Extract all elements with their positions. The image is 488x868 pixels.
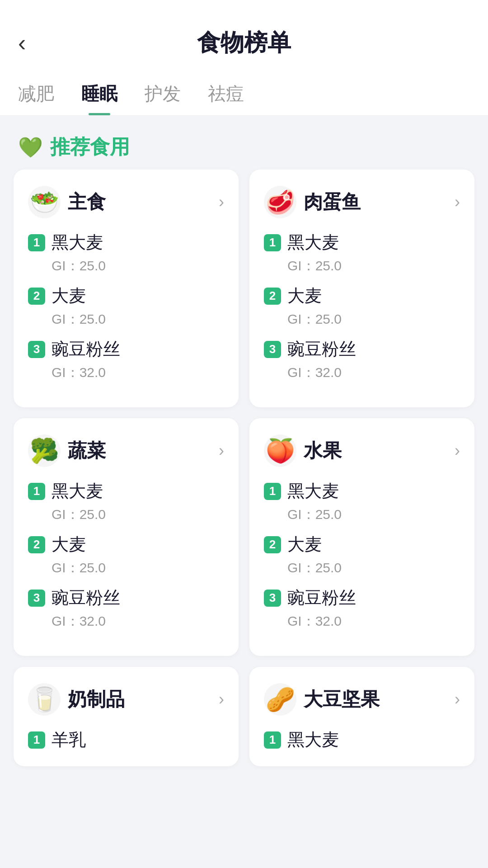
food-item: 3 豌豆粉丝 GI：32.0 [28, 338, 224, 382]
rank-badge: 1 [264, 483, 281, 500]
food-name: 大麦 [52, 533, 86, 556]
card-zhushi-header: 🥗 主食 › [28, 186, 224, 218]
food-gi: GI：25.0 [287, 505, 460, 524]
food-item: 2 大麦 GI：25.0 [28, 284, 224, 329]
food-gi: GI：25.0 [287, 559, 460, 577]
food-name: 黑大麦 [287, 231, 339, 254]
food-item: 2 大麦 GI：25.0 [264, 284, 460, 329]
card-shuiguo-chevron-icon: › [455, 441, 460, 460]
card-dadoujianguo[interactable]: 🥜 大豆坚果 › 1 黑大麦 [249, 667, 474, 766]
food-name: 黑大麦 [52, 480, 103, 503]
card-naizhipin-title: 奶制品 [68, 687, 125, 712]
card-zhushi-title-group: 🥗 主食 [28, 186, 106, 218]
card-zhushi[interactable]: 🥗 主食 › 1 黑大麦 GI：25.0 2 大麦 GI：25.0 3 豌豆粉丝 [14, 170, 239, 407]
rank-badge: 2 [28, 288, 45, 305]
card-naizhipin-header: 🥛 奶制品 › [28, 683, 224, 716]
tab-hufa[interactable]: 护发 [145, 81, 181, 115]
card-dadoujianguo-title: 大豆坚果 [304, 687, 380, 712]
card-naizhipin[interactable]: 🥛 奶制品 › 1 羊乳 [14, 667, 239, 766]
card-roudanyu-chevron-icon: › [455, 193, 460, 212]
food-gi: GI：25.0 [52, 310, 224, 329]
cards-grid: 🥗 主食 › 1 黑大麦 GI：25.0 2 大麦 GI：25.0 3 豌豆粉丝 [0, 170, 488, 667]
bottom-cards-grid: 🥛 奶制品 › 1 羊乳 🥜 大豆坚果 › 1 黑大麦 [0, 667, 488, 766]
card-shuiguo-title-group: 🍑 水果 [264, 434, 342, 467]
card-shuiguo-title: 水果 [304, 438, 342, 463]
rank-badge: 1 [28, 731, 45, 749]
card-shuiguo[interactable]: 🍑 水果 › 1 黑大麦 GI：25.0 2 大麦 GI：25.0 3 豌豆粉丝 [249, 418, 474, 656]
food-gi: GI：32.0 [52, 612, 224, 631]
rank-badge: 1 [28, 234, 45, 251]
tab-zhuzhen[interactable]: 祛痘 [208, 81, 244, 115]
food-gi: GI：32.0 [287, 612, 460, 631]
rank-badge: 3 [264, 590, 281, 607]
food-name: 豌豆粉丝 [52, 586, 120, 609]
food-name: 羊乳 [52, 728, 86, 751]
food-name: 豌豆粉丝 [287, 338, 356, 361]
food-gi: GI：25.0 [52, 559, 224, 577]
food-item: 1 黑大麦 GI：25.0 [264, 480, 460, 524]
card-naizhipin-icon: 🥛 [28, 683, 61, 716]
card-shuiguo-icon: 🍑 [264, 434, 296, 467]
food-name: 豌豆粉丝 [287, 586, 356, 609]
card-roudanyu-header: 🥩 肉蛋鱼 › [264, 186, 460, 218]
food-name: 豌豆粉丝 [52, 338, 120, 361]
page-title: 食物榜单 [197, 27, 291, 59]
back-button[interactable]: ‹ [18, 29, 26, 57]
card-zhushi-icon: 🥗 [28, 186, 61, 218]
section-icon: 💚 [18, 136, 43, 159]
card-naizhipin-title-group: 🥛 奶制品 [28, 683, 125, 716]
food-gi: GI：25.0 [287, 257, 460, 275]
tabs-bar: 减肥 睡眠 护发 祛痘 [0, 72, 488, 116]
food-name: 黑大麦 [287, 728, 339, 751]
card-roudanyu[interactable]: 🥩 肉蛋鱼 › 1 黑大麦 GI：25.0 2 大麦 GI：25.0 3 豌豆粉… [249, 170, 474, 407]
rank-badge: 2 [28, 536, 45, 553]
card-dadoujianguo-title-group: 🥜 大豆坚果 [264, 683, 380, 716]
card-shucai-icon: 🥦 [28, 434, 61, 467]
card-dadoujianguo-header: 🥜 大豆坚果 › [264, 683, 460, 716]
food-gi: GI：32.0 [287, 363, 460, 382]
rank-badge: 3 [264, 341, 281, 358]
food-item: 3 豌豆粉丝 GI：32.0 [264, 586, 460, 631]
food-item: 2 大麦 GI：25.0 [28, 533, 224, 577]
food-item: 1 黑大麦 GI：25.0 [28, 480, 224, 524]
card-naizhipin-chevron-icon: › [219, 690, 224, 709]
tab-jianfei[interactable]: 减肥 [18, 81, 54, 115]
header: ‹ 食物榜单 [0, 0, 488, 72]
card-shucai-header: 🥦 蔬菜 › [28, 434, 224, 467]
food-item: 1 羊乳 [28, 728, 224, 751]
rank-badge: 1 [264, 731, 281, 749]
card-shucai[interactable]: 🥦 蔬菜 › 1 黑大麦 GI：25.0 2 大麦 GI：25.0 3 豌豆粉丝 [14, 418, 239, 656]
rank-badge: 3 [28, 590, 45, 607]
rank-badge: 2 [264, 536, 281, 553]
section-header: 💚 推荐食用 [0, 116, 488, 170]
food-item: 1 黑大麦 GI：25.0 [264, 231, 460, 275]
card-dadoujianguo-icon: 🥜 [264, 683, 296, 716]
card-zhushi-chevron-icon: › [219, 193, 224, 212]
food-item: 2 大麦 GI：25.0 [264, 533, 460, 577]
food-gi: GI：25.0 [52, 257, 224, 275]
section-title: 推荐食用 [50, 134, 130, 160]
card-dadoujianguo-chevron-icon: › [455, 690, 460, 709]
food-name: 大麦 [287, 533, 322, 556]
food-item: 1 黑大麦 [264, 728, 460, 751]
food-name: 大麦 [287, 284, 322, 307]
tab-shuimian[interactable]: 睡眠 [81, 81, 117, 115]
card-shucai-title: 蔬菜 [68, 438, 106, 463]
food-item: 3 豌豆粉丝 GI：32.0 [28, 586, 224, 631]
card-shucai-chevron-icon: › [219, 441, 224, 460]
food-name: 黑大麦 [287, 480, 339, 503]
card-zhushi-title: 主食 [68, 189, 106, 215]
rank-badge: 1 [264, 234, 281, 251]
food-item: 3 豌豆粉丝 GI：32.0 [264, 338, 460, 382]
food-name: 大麦 [52, 284, 86, 307]
rank-badge: 1 [28, 483, 45, 500]
rank-badge: 2 [264, 288, 281, 305]
card-roudanyu-title-group: 🥩 肉蛋鱼 [264, 186, 361, 218]
rank-badge: 3 [28, 341, 45, 358]
food-gi: GI：32.0 [52, 363, 224, 382]
food-gi: GI：25.0 [287, 310, 460, 329]
food-gi: GI：25.0 [52, 505, 224, 524]
card-shuiguo-header: 🍑 水果 › [264, 434, 460, 467]
card-roudanyu-icon: 🥩 [264, 186, 296, 218]
card-roudanyu-title: 肉蛋鱼 [304, 189, 361, 215]
